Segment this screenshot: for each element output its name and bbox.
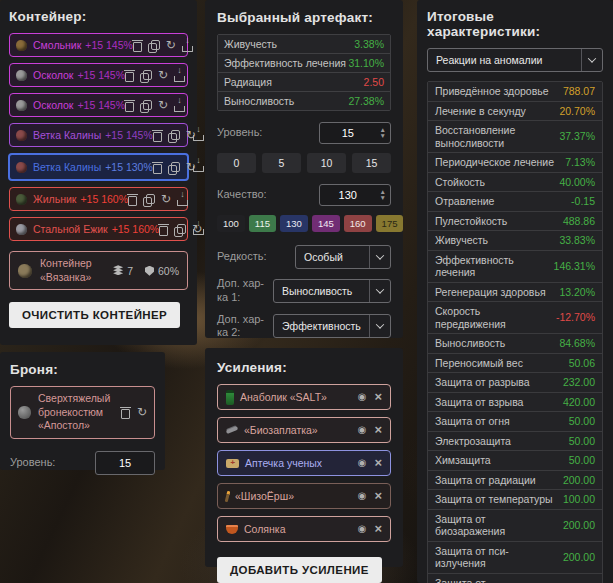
download-icon[interactable]	[174, 99, 185, 112]
container-item[interactable]: Смольник +15 145% ↻	[9, 33, 188, 57]
total-stat-row: Стойкость 40.00%	[428, 173, 602, 193]
total-stat-label: Отравление	[435, 194, 494, 209]
close-icon[interactable]: ×	[374, 524, 382, 534]
level-preset-button[interactable]: 5	[262, 153, 301, 173]
boost-name: «ШизоЁрш»	[235, 490, 294, 502]
download-icon[interactable]	[177, 193, 188, 206]
quality-preset-button[interactable]: 145	[312, 215, 340, 232]
refresh-icon[interactable]: ↻	[158, 70, 168, 80]
delete-icon[interactable]	[128, 193, 137, 206]
total-stat-row: Защита от взрыва 420.00	[428, 393, 602, 413]
total-stat-label: Стойкость	[435, 175, 485, 190]
rarity-label: Редкость:	[217, 250, 267, 264]
bowl-icon	[226, 525, 238, 534]
clear-container-button[interactable]: ОЧИСТИТЬ КОНТЕЙНЕР	[9, 302, 180, 328]
refresh-icon[interactable]: ↻	[137, 407, 147, 417]
delete-icon[interactable]	[133, 39, 142, 52]
rarity-value: Особый	[304, 251, 363, 263]
quality-preset-button[interactable]: 175	[376, 215, 404, 232]
delete-icon[interactable]	[159, 223, 168, 236]
total-stat-label: Скорость передвижения	[435, 304, 550, 331]
artifact-name: Ветка Калины	[33, 129, 101, 141]
container-item[interactable]: Осколок +15 145% ↻	[9, 93, 188, 117]
download-icon[interactable]	[182, 39, 193, 52]
rarity-select[interactable]: Особый	[295, 245, 391, 269]
download-icon[interactable]	[174, 69, 185, 82]
stat-value: 31.10%	[348, 57, 384, 69]
quality-preset-button[interactable]: 130	[280, 215, 308, 232]
eye-icon[interactable]: ◉	[358, 458, 367, 468]
chevron-down-icon	[369, 315, 390, 337]
level-preset-button[interactable]: 0	[217, 153, 256, 173]
delete-icon[interactable]	[153, 129, 162, 142]
container-item[interactable]: Осколок +15 145% ↻	[9, 63, 188, 87]
quality-preset-button[interactable]: 100	[217, 215, 245, 232]
armor-item[interactable]: Сверхтяжелый бронекостюм «Апостол» ↻	[10, 386, 155, 439]
quality-input[interactable]: 130 ▲▼	[319, 184, 391, 206]
refresh-icon[interactable]: ↻	[158, 100, 168, 110]
boost-item[interactable]: «Биозаплатка» ◉ ×	[217, 417, 391, 443]
copy-icon[interactable]	[174, 224, 186, 234]
extra-stat-select[interactable]: Эффективность л...	[273, 314, 391, 338]
level-preset-button[interactable]: 10	[307, 153, 346, 173]
copy-icon[interactable]	[168, 130, 180, 140]
boost-item[interactable]: + Аптечка ученых ◉ ×	[217, 450, 391, 476]
container-bundle-item[interactable]: Контейнер «Вязанка» 7 60%	[9, 251, 188, 290]
armor-level-input[interactable]: 15	[95, 451, 155, 475]
artifact-icon	[16, 40, 27, 51]
eye-icon[interactable]: ◉	[358, 524, 367, 534]
copy-icon[interactable]	[140, 70, 152, 80]
item-actions: ◉ ×	[358, 491, 382, 501]
item-actions: ◉ ×	[358, 425, 382, 435]
close-icon[interactable]: ×	[374, 458, 382, 468]
container-item[interactable]: Ветка Калины +15 145% ↻	[9, 123, 188, 147]
level-input[interactable]: 15 ▲▼	[319, 122, 391, 144]
download-icon[interactable]	[193, 222, 204, 235]
boost-item[interactable]: Солянка ◉ ×	[217, 516, 391, 542]
total-stat-label: Защита от огня	[435, 414, 510, 429]
delete-icon[interactable]	[125, 69, 134, 82]
spinner-down-icon[interactable]: ▼	[380, 133, 386, 139]
container-item[interactable]: Стальной Ежик +15 160% ↻	[9, 217, 188, 241]
total-stat-value: 20.70%	[559, 105, 595, 118]
extra-stat-select[interactable]: Выносливость	[273, 279, 391, 303]
total-stat-value: 84.68%	[559, 337, 595, 350]
quality-preset-button[interactable]: 115	[249, 215, 276, 232]
eye-icon[interactable]: ◉	[358, 425, 367, 435]
boost-name: Анаболик «SALT»	[240, 391, 327, 403]
container-item-selected[interactable]: Ветка Калины +15 130% ↻	[8, 153, 189, 181]
quality-preset-button[interactable]: 160	[344, 215, 372, 232]
eye-icon[interactable]: ◉	[358, 392, 367, 402]
selected-artifact-title: Выбранный артефакт:	[217, 10, 391, 25]
close-icon[interactable]: ×	[374, 425, 382, 435]
total-stat-value: 50.00	[569, 415, 595, 428]
boost-item[interactable]: «ШизоЁрш» ◉ ×	[217, 483, 391, 509]
close-icon[interactable]: ×	[374, 491, 382, 501]
copy-icon[interactable]	[148, 40, 160, 50]
eye-icon[interactable]: ◉	[358, 491, 367, 501]
level-preset-button[interactable]: 15	[352, 153, 391, 173]
refresh-icon[interactable]: ↻	[166, 40, 176, 50]
total-stat-row: Живучесть 33.83%	[428, 231, 602, 251]
copy-icon[interactable]	[168, 162, 180, 172]
total-stat-label: Защита от разрыва	[435, 375, 530, 390]
copy-icon[interactable]	[140, 100, 152, 110]
add-boost-button[interactable]: ДОБАВИТЬ УСИЛЕНИЕ	[217, 557, 382, 583]
close-icon[interactable]: ×	[374, 392, 382, 402]
copy-icon[interactable]	[143, 194, 155, 204]
boosts-title: Усиления:	[217, 360, 391, 375]
anomaly-reaction-select[interactable]: Реакции на аномалии	[427, 48, 603, 72]
container-item[interactable]: Жильник +15 160% ↻	[9, 187, 188, 211]
download-icon[interactable]	[193, 128, 204, 141]
refresh-icon[interactable]: ↻	[161, 194, 171, 204]
total-stat-row: Пулестойкость 488.86	[428, 212, 602, 232]
download-icon[interactable]	[193, 159, 204, 172]
total-stat-row: Выносливость 84.68%	[428, 334, 602, 354]
spinner-down-icon[interactable]: ▼	[380, 195, 386, 201]
delete-icon[interactable]	[121, 406, 130, 419]
boosts-panel: Усиления: Анаболик «SALT» ◉ × «Биозаплат…	[205, 348, 403, 567]
delete-icon[interactable]	[125, 99, 134, 112]
chevron-down-icon	[369, 246, 390, 268]
boost-item[interactable]: Анаболик «SALT» ◉ ×	[217, 384, 391, 410]
delete-icon[interactable]	[153, 161, 162, 174]
